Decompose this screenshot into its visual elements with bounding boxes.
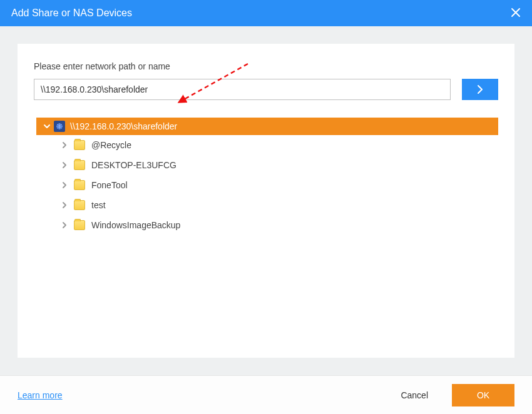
close-icon[interactable] [511, 7, 521, 19]
dialog-footer: Learn more Cancel OK [0, 375, 532, 414]
chevron-right-icon [59, 221, 70, 229]
chevron-right-icon [475, 84, 485, 94]
learn-more-link[interactable]: Learn more [18, 390, 63, 400]
folder-icon [74, 160, 85, 170]
tree-item-label: test [91, 200, 106, 210]
dialog-title: Add Share or NAS Devices [11, 8, 132, 19]
folder-icon [74, 180, 85, 190]
tree-item[interactable]: test [36, 195, 498, 215]
tree-item[interactable]: WindowsImageBackup [36, 215, 498, 235]
tree-item-label: WindowsImageBackup [91, 220, 180, 230]
tree-item[interactable]: DESKTOP-EL3UFCG [36, 155, 498, 175]
chevron-down-icon [41, 123, 53, 130]
dialog: Add Share or NAS Devices Please enter ne… [0, 0, 532, 414]
chevron-right-icon [59, 181, 70, 189]
ok-button[interactable]: OK [452, 384, 514, 406]
chevron-right-icon [59, 141, 70, 149]
tree-root-item[interactable]: \\192.168.0.230\sharefolder [36, 118, 498, 135]
tree-item-label: DESKTOP-EL3UFCG [91, 160, 176, 170]
tree-item-label: @Recycle [91, 140, 131, 150]
folder-icon [74, 220, 85, 230]
folder-icon [74, 140, 85, 150]
network-path-input[interactable] [34, 79, 451, 100]
tree-item[interactable]: @Recycle [36, 135, 498, 155]
dialog-body: Please enter network path or name [0, 26, 532, 375]
titlebar: Add Share or NAS Devices [0, 0, 532, 26]
path-input-row [34, 79, 498, 100]
go-button[interactable] [462, 79, 498, 100]
chevron-right-icon [59, 161, 70, 169]
tree-root-label: \\192.168.0.230\sharefolder [70, 121, 177, 131]
network-share-icon [54, 121, 65, 132]
cancel-button[interactable]: Cancel [391, 385, 438, 405]
main-panel: Please enter network path or name [18, 44, 514, 358]
folder-tree: \\192.168.0.230\sharefolder @Recycle DES… [36, 118, 498, 235]
tree-item-label: FoneTool [91, 180, 128, 190]
chevron-right-icon [59, 201, 70, 209]
folder-icon [74, 200, 85, 210]
path-prompt-label: Please enter network path or name [34, 61, 498, 71]
tree-item[interactable]: FoneTool [36, 175, 498, 195]
